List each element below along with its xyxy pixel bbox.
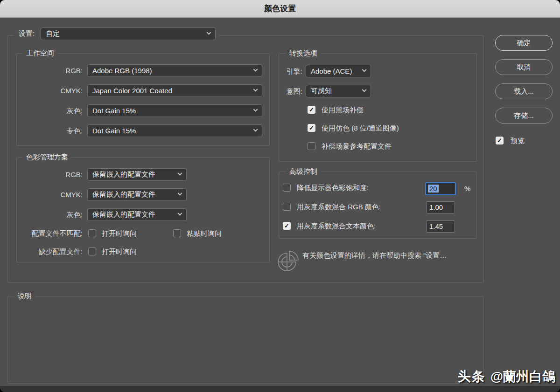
cm-rgb-select[interactable]: 保留嵌入的配置文件: [87, 168, 187, 181]
ws-cmyk-select[interactable]: Japan Color 2001 Coated: [87, 84, 262, 97]
blend-rgb-gamma-label: 用灰度系数混合 RGB 颜色:: [297, 203, 381, 211]
description-legend: 说明: [14, 292, 35, 300]
cancel-button-label: 取消: [517, 63, 531, 72]
color-settings-dialog: 颜色设置 设置: 自定 工作空间 RGB: Adobe RGB (1998) C…: [0, 0, 560, 392]
preview-checkbox[interactable]: ✓: [496, 137, 504, 144]
chevron-down-icon: [178, 191, 182, 196]
help-hint-text: 有关颜色设置的详情，请在帮助中搜索 “设置…: [302, 250, 484, 261]
save-button[interactable]: 存储...: [495, 108, 553, 124]
save-button-label: 存储...: [514, 111, 534, 120]
ws-cmyk-label: CMYK:: [16, 84, 83, 97]
ws-rgb-value: Adobe RGB (1998): [92, 67, 152, 75]
chevron-down-icon: [253, 127, 258, 132]
chevron-down-icon: [253, 107, 258, 112]
working-spaces-legend: 工作空间: [23, 49, 57, 57]
settings-select[interactable]: 自定: [41, 28, 216, 40]
settings-label: 设置:: [19, 29, 35, 38]
watermark-handle: @蘭州白鴿: [490, 368, 555, 385]
ws-cmyk-value: Japan Color 2001 Coated: [92, 87, 172, 95]
ws-rgb-select[interactable]: Adobe RGB (1998): [87, 64, 262, 77]
black-point-compensation-checkbox[interactable]: ✓: [308, 106, 315, 114]
percent-suffix: %: [464, 185, 470, 193]
ws-gray-value: Dot Gain 15%: [92, 107, 136, 115]
blend-rgb-gamma-input[interactable]: 1.00: [426, 201, 455, 213]
dialog-title: 颜色设置: [264, 3, 296, 14]
desaturate-monitor-input[interactable]: 20: [425, 182, 456, 195]
description-group: [7, 296, 484, 384]
preview-label: 预览: [511, 137, 525, 145]
watermark-brand: 头条: [458, 368, 486, 385]
settings-value: 自定: [46, 29, 60, 38]
cm-cmyk-select[interactable]: 保留嵌入的配置文件: [87, 188, 187, 201]
mismatch-ask-opening-checkbox[interactable]: [88, 229, 96, 237]
cancel-button[interactable]: 取消: [495, 59, 553, 75]
ok-button[interactable]: 确定: [495, 35, 553, 51]
ws-spot-value: Dot Gain 15%: [92, 127, 136, 135]
blend-rgb-gamma-checkbox[interactable]: [283, 203, 291, 211]
desaturate-monitor-label: 降低显示器色彩饱和度:: [297, 184, 369, 192]
conversion-options-legend: 转换选项: [286, 49, 321, 57]
use-dither-label: 使用仿色 (8 位/通道图像): [322, 124, 399, 132]
ws-spot-label: 专色:: [16, 124, 83, 137]
profile-mismatch-label: 配置文件不匹配:: [9, 229, 83, 238]
blend-text-gamma-input[interactable]: 1.45: [426, 220, 455, 233]
blend-text-gamma-value: 1.45: [429, 222, 443, 230]
missing-profile-label: 缺少配置文件:: [9, 248, 83, 256]
ok-button-label: 确定: [517, 39, 531, 48]
intent-label: 意图:: [271, 85, 302, 97]
watermark: 头条 @蘭州白鴿: [458, 368, 555, 385]
mismatch-ask-opening-label: 打开时询问: [102, 229, 137, 238]
chevron-down-icon: [362, 68, 367, 72]
ws-gray-select[interactable]: Dot Gain 15%: [87, 104, 262, 117]
desaturate-monitor-checkbox[interactable]: [283, 184, 291, 192]
engine-select[interactable]: Adobe (ACE): [306, 65, 371, 77]
intent-select[interactable]: 可感知: [306, 85, 371, 97]
blend-rgb-gamma-value: 1.00: [429, 203, 443, 211]
chevron-down-icon: [253, 67, 258, 72]
intent-value: 可感知: [311, 87, 332, 96]
desaturate-monitor-value: 20: [428, 185, 439, 193]
engine-label: 引擎:: [271, 65, 302, 77]
blend-text-gamma-checkbox[interactable]: ✓: [283, 222, 291, 230]
cm-rgb-value: 保留嵌入的配置文件: [92, 170, 155, 179]
load-button-label: 载入...: [514, 87, 534, 96]
cm-cmyk-value: 保留嵌入的配置文件: [92, 190, 155, 199]
cm-cmyk-label: CMYK:: [16, 188, 83, 201]
cm-gray-select[interactable]: 保留嵌入的配置文件: [87, 208, 187, 221]
dialog-bottom-edge: [0, 386, 560, 392]
compensate-scene-profiles-label: 补偿场景参考配置文件: [322, 142, 392, 151]
chevron-down-icon: [253, 87, 258, 92]
engine-value: Adobe (ACE): [311, 67, 352, 75]
mismatch-ask-pasting-checkbox[interactable]: [173, 229, 181, 237]
settings-row: 设置: 自定: [14, 26, 219, 41]
dialog-titlebar[interactable]: 颜色设置: [0, 0, 560, 18]
advanced-controls-legend: 高级控制: [286, 167, 321, 176]
black-point-compensation-label: 使用黑场补偿: [322, 106, 364, 114]
color-settings-registration-icon: [275, 250, 299, 274]
load-button[interactable]: 载入...: [495, 83, 553, 99]
ws-gray-label: 灰色:: [16, 104, 83, 117]
compensate-scene-profiles-checkbox[interactable]: [308, 142, 315, 150]
cm-rgb-label: RGB:: [16, 168, 83, 181]
ws-rgb-label: RGB:: [16, 64, 83, 77]
chevron-down-icon: [178, 211, 182, 216]
mismatch-ask-pasting-label: 粘贴时询问: [187, 229, 222, 238]
ws-spot-select[interactable]: Dot Gain 15%: [87, 124, 262, 137]
blend-text-gamma-label: 用灰度系数混合文本颜色:: [297, 222, 376, 230]
color-management-legend: 色彩管理方案: [23, 153, 71, 161]
missing-ask-opening-label: 打开时询问: [102, 248, 137, 256]
chevron-down-icon: [207, 30, 211, 34]
chevron-down-icon: [362, 88, 367, 92]
missing-ask-opening-checkbox[interactable]: [88, 248, 96, 255]
cm-gray-label: 灰色:: [16, 208, 83, 221]
chevron-down-icon: [178, 171, 182, 176]
cm-gray-value: 保留嵌入的配置文件: [92, 210, 155, 219]
use-dither-checkbox[interactable]: ✓: [308, 124, 315, 132]
